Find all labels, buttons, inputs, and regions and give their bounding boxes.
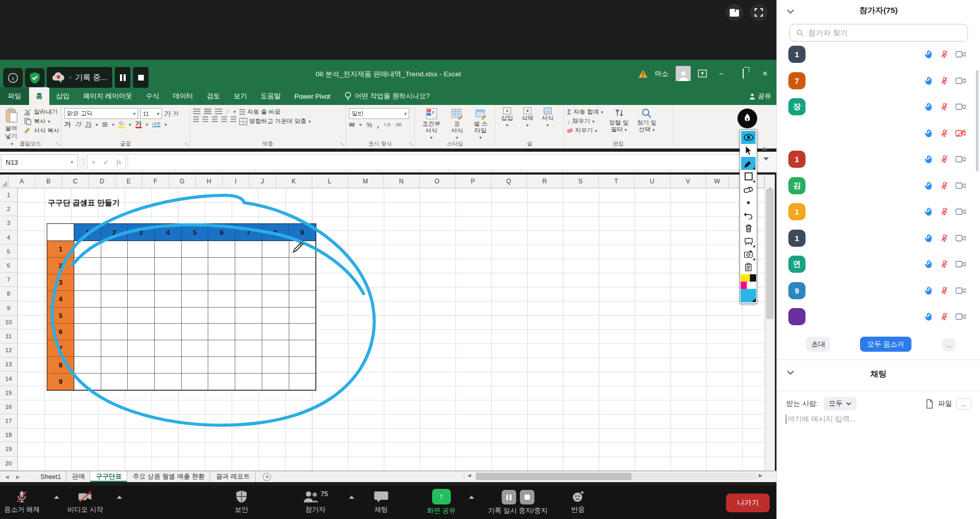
row-header[interactable]: 2 bbox=[0, 202, 17, 216]
align-left-icon[interactable] bbox=[193, 116, 199, 122]
font-color-button[interactable]: 가 bbox=[136, 121, 142, 128]
column-header[interactable]: U bbox=[635, 175, 670, 188]
vertical-scrollbar[interactable] bbox=[764, 175, 775, 471]
column-header[interactable]: N bbox=[384, 175, 420, 188]
add-sheet-icon[interactable]: + bbox=[263, 473, 271, 481]
ribbon-tab[interactable]: 검토 bbox=[200, 87, 227, 105]
stop-recording-button[interactable] bbox=[133, 67, 149, 88]
row-header[interactable]: 5 bbox=[0, 245, 17, 259]
expand-formula-bar-icon[interactable] bbox=[763, 161, 769, 170]
wrap-text-button[interactable]: 자동 줄 바꿈 bbox=[239, 108, 311, 116]
mute-options-caret[interactable] bbox=[54, 496, 59, 499]
to-select[interactable]: 모두 bbox=[824, 397, 856, 410]
whiteboard-tool-icon[interactable] bbox=[741, 235, 756, 248]
ribbon-tab[interactable]: 데이터 bbox=[166, 87, 200, 105]
clear-button[interactable]: 지우기▾ bbox=[567, 127, 603, 135]
cancel-entry-icon[interactable]: × bbox=[91, 158, 96, 166]
column-header[interactable]: C bbox=[62, 175, 89, 188]
table-row-header[interactable]: 4 bbox=[47, 291, 74, 308]
underline-button[interactable]: 가 bbox=[85, 122, 91, 127]
ribbon-tab[interactable]: 보기 bbox=[227, 87, 254, 105]
column-header[interactable]: O bbox=[420, 175, 455, 188]
ribbon-tab[interactable]: Power Pivot bbox=[288, 87, 337, 105]
decrease-decimal-button[interactable]: .00 bbox=[395, 122, 402, 127]
participants-scrollbar[interactable] bbox=[976, 70, 978, 171]
format-cells-button[interactable]: ↔ 서식▾ bbox=[539, 107, 556, 129]
participant-row[interactable]: 연 bbox=[777, 256, 980, 273]
borders-button[interactable]: ⊞ bbox=[102, 121, 108, 128]
row-header[interactable]: 13 bbox=[0, 357, 17, 371]
shrink-font-button[interactable]: 가 bbox=[173, 110, 179, 117]
collapse-ribbon-icon[interactable] bbox=[762, 141, 767, 150]
prev-sheet-icon[interactable]: ◀ bbox=[5, 474, 9, 480]
shield-check-icon[interactable] bbox=[25, 68, 45, 87]
account-avatar[interactable] bbox=[676, 66, 691, 81]
delete-cells-button[interactable]: × 삭제▾ bbox=[519, 107, 536, 129]
fill-button[interactable]: ↓채우기▾ bbox=[567, 117, 603, 125]
participant-row[interactable]: 1 bbox=[777, 151, 980, 168]
align-top-icon[interactable] bbox=[193, 109, 200, 114]
increase-decimal-button[interactable]: +.0 bbox=[384, 122, 391, 127]
sheet-tab[interactable]: 판매 bbox=[66, 471, 90, 482]
ribbon-tab[interactable]: 도움말 bbox=[254, 87, 288, 105]
ribbon-tab[interactable]: 파일 bbox=[0, 87, 29, 105]
row-header[interactable]: 12 bbox=[0, 343, 17, 357]
video-button[interactable]: 비디오 시작 bbox=[68, 490, 103, 514]
participant-row[interactable]: 9 bbox=[777, 282, 980, 299]
fullscreen-icon[interactable] bbox=[750, 4, 768, 21]
column-header[interactable]: I bbox=[223, 175, 250, 188]
color-black[interactable] bbox=[750, 274, 756, 282]
color-palette[interactable] bbox=[741, 274, 756, 302]
column-header[interactable]: W bbox=[706, 175, 729, 188]
table-row-header[interactable]: 7 bbox=[47, 340, 74, 357]
find-select-button[interactable]: 찾기 및선택 ▾ bbox=[634, 107, 659, 134]
stroke-size-dot-icon[interactable] bbox=[741, 196, 756, 209]
cell-styles-button[interactable]: 셀 스타일▾ bbox=[469, 107, 492, 142]
decrease-indent-icon[interactable] bbox=[221, 116, 227, 122]
excel-share-button[interactable]: 공유 bbox=[749, 87, 771, 105]
column-header[interactable]: B bbox=[35, 175, 62, 188]
hscroll-left-icon[interactable]: ◀ bbox=[467, 473, 471, 478]
sheet-tab[interactable]: 결과 레포트 bbox=[210, 471, 256, 482]
align-middle-icon[interactable] bbox=[204, 109, 211, 114]
bold-button[interactable]: 가 bbox=[64, 122, 71, 127]
column-header[interactable]: V bbox=[670, 175, 706, 188]
select-all-corner[interactable] bbox=[0, 175, 9, 188]
layout-icon[interactable] bbox=[726, 4, 743, 21]
row-header[interactable]: 11 bbox=[0, 329, 17, 343]
increase-indent-icon[interactable] bbox=[231, 116, 236, 122]
row-header[interactable]: 18 bbox=[0, 428, 17, 442]
shape-tool-icon[interactable] bbox=[741, 170, 756, 183]
screenshot-tool-icon[interactable] bbox=[741, 248, 756, 261]
table-corner-cell[interactable] bbox=[47, 224, 74, 241]
horizontal-scrollbar[interactable] bbox=[476, 473, 756, 480]
align-center-icon[interactable] bbox=[203, 116, 208, 122]
dialog-launcher[interactable]: ⤡ bbox=[410, 142, 413, 147]
participant-search-input[interactable]: 참가자 찾기 bbox=[789, 24, 968, 42]
sheet-tab[interactable]: 주요 상품 월별 매출 현황 bbox=[127, 471, 210, 482]
table-row-header[interactable]: 9 bbox=[47, 374, 74, 390]
font-size-select[interactable]: 11▾ bbox=[140, 108, 162, 119]
trash-tool-icon[interactable] bbox=[741, 222, 756, 235]
chat-button[interactable]: 채팅 bbox=[374, 490, 388, 514]
sheet-tab[interactable]: 구구단표 bbox=[90, 471, 127, 482]
column-header[interactable]: A bbox=[9, 175, 36, 188]
table-col-header[interactable]: 8 bbox=[262, 224, 289, 241]
table-row-header[interactable]: 8 bbox=[47, 357, 74, 374]
table-row-header[interactable]: 1 bbox=[47, 241, 74, 258]
video-options-caret[interactable] bbox=[117, 496, 122, 499]
sheet-tab[interactable]: Sheet1 bbox=[35, 471, 67, 482]
visibility-tool-icon[interactable] bbox=[741, 131, 756, 144]
row-header[interactable]: 17 bbox=[0, 414, 17, 428]
participants-button[interactable]: 75 참가자 bbox=[303, 490, 328, 514]
horizontal-scroll-thumb[interactable] bbox=[476, 473, 632, 480]
vertical-scroll-thumb[interactable] bbox=[766, 189, 774, 319]
row-header[interactable]: 7 bbox=[0, 273, 17, 287]
column-header[interactable]: G bbox=[169, 175, 196, 188]
conditional-formatting-button[interactable]: ≠ 조건부 서식▾ bbox=[418, 107, 445, 142]
mute-all-button[interactable]: 모두 음소거 bbox=[860, 337, 911, 352]
format-as-table-button[interactable]: 표 서식▾ bbox=[448, 107, 466, 142]
more-options-button[interactable]: ... bbox=[942, 338, 956, 351]
percent-button[interactable]: % bbox=[366, 121, 372, 129]
table-col-header[interactable]: 1 bbox=[74, 224, 101, 241]
